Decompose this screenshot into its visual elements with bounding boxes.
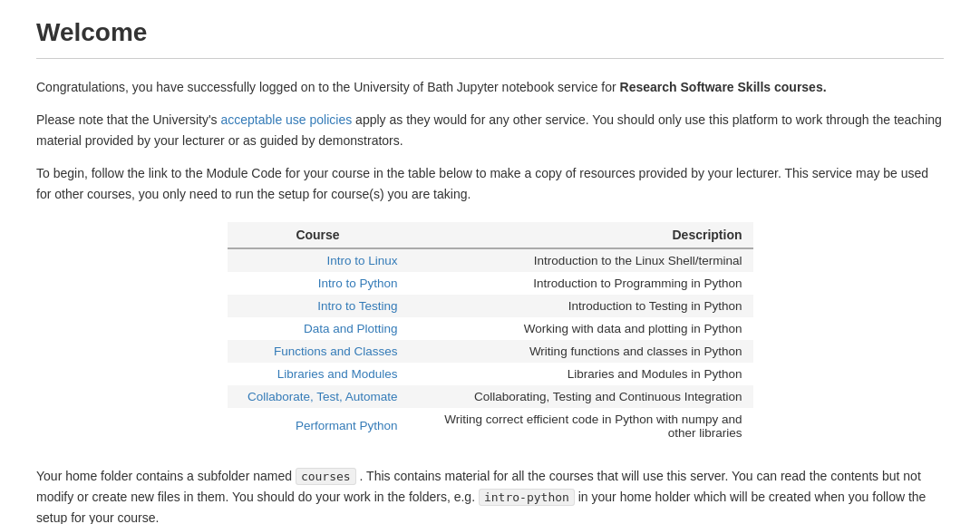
course-link[interactable]: Intro to Testing <box>317 299 397 313</box>
footer-text-before: Your home folder contains a subfolder na… <box>36 469 296 483</box>
intro-p1-text-before: Congratulations, you have successfully l… <box>36 80 620 94</box>
table-row: Data and PlottingWorking with data and p… <box>228 317 753 340</box>
course-name-cell: Data and Plotting <box>228 317 409 340</box>
course-desc-cell: Introduction to the Linux Shell/terminal <box>409 248 753 272</box>
table-row: Functions and ClassesWriting functions a… <box>228 340 753 363</box>
course-link[interactable]: Intro to Linux <box>326 254 397 267</box>
footer-code-intro-python: intro-python <box>479 489 575 506</box>
course-desc-cell: Working with data and plotting in Python <box>409 317 753 340</box>
course-name-cell: Functions and Classes <box>228 340 409 363</box>
page-container: Welcome Congratulations, you have succes… <box>0 0 980 524</box>
course-desc-cell: Libraries and Modules in Python <box>409 363 753 385</box>
course-link[interactable]: Performant Python <box>296 419 398 432</box>
course-desc-cell: Introduction to Testing in Python <box>409 295 753 317</box>
table-row: Collaborate, Test, AutomateCollaborating… <box>228 385 753 408</box>
course-name-cell: Intro to Testing <box>228 295 409 317</box>
course-desc-cell: Collaborating, Testing and Continuous In… <box>409 385 753 408</box>
course-link[interactable]: Functions and Classes <box>274 344 398 358</box>
course-link[interactable]: Collaborate, Test, Automate <box>247 390 398 403</box>
course-table-wrapper: Course Description Intro to LinuxIntrodu… <box>36 222 944 444</box>
table-row: Libraries and ModulesLibraries and Modul… <box>228 363 753 385</box>
footer-paragraph: Your home folder contains a subfolder na… <box>36 466 944 524</box>
col-header-course: Course <box>228 222 409 248</box>
intro-p1-bold: Research Software Skills courses. <box>620 80 827 94</box>
course-name-cell: Performant Python <box>228 408 409 444</box>
course-link[interactable]: Data and Plotting <box>304 322 398 335</box>
table-header-row: Course Description <box>228 222 753 248</box>
page-title: Welcome <box>36 18 944 59</box>
intro-paragraph-3: To begin, follow the link to the Module … <box>36 163 944 204</box>
course-desc-cell: Writing correct efficient code in Python… <box>409 408 753 444</box>
footer-code-courses: courses <box>296 468 356 485</box>
course-link[interactable]: Libraries and Modules <box>277 367 398 381</box>
table-row: Performant PythonWriting correct efficie… <box>228 408 753 444</box>
course-table: Course Description Intro to LinuxIntrodu… <box>228 222 753 444</box>
course-desc-cell: Introduction to Programming in Python <box>409 272 753 295</box>
course-name-cell: Intro to Python <box>228 272 409 295</box>
col-header-description: Description <box>409 222 753 248</box>
table-row: Intro to PythonIntroduction to Programmi… <box>228 272 753 295</box>
course-link[interactable]: Intro to Python <box>318 277 398 290</box>
course-name-cell: Intro to Linux <box>228 248 409 272</box>
course-name-cell: Collaborate, Test, Automate <box>228 385 409 408</box>
acceptable-use-link[interactable]: acceptable use policies <box>220 112 352 127</box>
course-name-cell: Libraries and Modules <box>228 363 409 385</box>
table-row: Intro to TestingIntroduction to Testing … <box>228 295 753 317</box>
intro-paragraph-2: Please note that the University's accept… <box>36 110 944 150</box>
course-desc-cell: Writing functions and classes in Python <box>409 340 753 363</box>
intro-p2-text-before: Please note that the University's <box>36 112 220 127</box>
intro-paragraph-1: Congratulations, you have successfully l… <box>36 77 944 97</box>
table-row: Intro to LinuxIntroduction to the Linux … <box>228 248 753 272</box>
